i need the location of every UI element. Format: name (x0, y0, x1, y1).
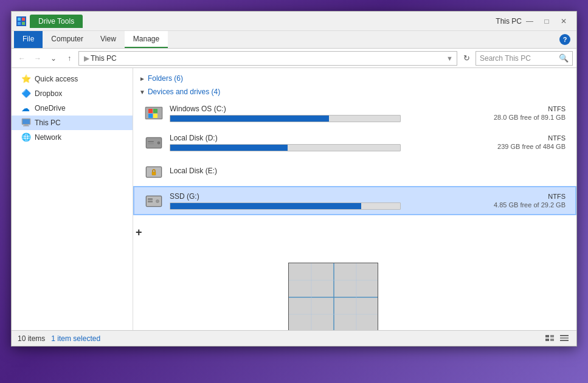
sidebar-label-network: Network (35, 133, 61, 142)
sidebar-item-dropbox[interactable]: 🔷 Dropbox (12, 86, 133, 101)
sidebar-label-quick-access: Quick access (35, 75, 78, 83)
search-box[interactable]: Search This PC 🔍 (476, 51, 573, 66)
svg-rect-34 (545, 335, 549, 337)
minimize-button[interactable]: — (522, 15, 538, 27)
sidebar-item-quick-access[interactable]: ⭐ Quick access (12, 72, 133, 86)
drive-e[interactable]: Local Disk (E:) (133, 157, 576, 186)
drives-section-label: Devices and drives (4) (148, 88, 220, 96)
sidebar-item-network[interactable]: 🌐 Network (12, 130, 133, 145)
svg-rect-24 (148, 198, 153, 200)
this-pc-icon (21, 118, 31, 128)
svg-rect-17 (148, 141, 154, 142)
svg-rect-13 (153, 114, 157, 118)
item-count: 10 items (18, 334, 45, 343)
forward-button[interactable]: → (31, 52, 44, 65)
folders-section-label: Folders (6) (148, 74, 183, 83)
drive-e-name: Local Disk (E:) (170, 167, 450, 175)
svg-rect-1 (22, 18, 25, 21)
sidebar-label-onedrive: OneDrive (35, 104, 66, 112)
drives-section-header[interactable]: ▼ Devices and drives (4) (133, 85, 576, 98)
drive-c-fs: NTFS (456, 105, 566, 112)
drive-c-info: Windows OS (C:) (170, 105, 450, 122)
svg-rect-25 (148, 201, 153, 202)
up-button[interactable]: ↑ (63, 52, 76, 65)
tab-manage[interactable]: Manage (125, 31, 168, 48)
drive-g-progress (170, 202, 401, 210)
folders-chevron-icon: ► (139, 75, 145, 82)
search-icon[interactable]: 🔍 (559, 53, 569, 63)
drive-c[interactable]: Windows OS (C:) NTFS 28.0 GB free of 89.… (133, 98, 576, 128)
content-area: ► Folders (6) ▼ Devices and drives (4) (133, 68, 576, 330)
drive-e-icon (144, 162, 164, 181)
svg-rect-39 (560, 337, 569, 339)
onedrive-icon: ☁ (21, 103, 31, 113)
sidebar: ⭐ Quick access 🔷 Dropbox ☁ OneDrive (12, 68, 133, 330)
drive-g-icon (144, 191, 164, 210)
view-buttons (544, 333, 570, 345)
svg-rect-38 (560, 335, 569, 336)
refresh-button[interactable]: ↻ (460, 52, 473, 65)
drive-c-name: Windows OS (C:) (170, 105, 450, 113)
main-area: ⭐ Quick access 🔷 Dropbox ☁ OneDrive (12, 68, 576, 330)
quick-access-icon: ⭐ (21, 74, 31, 84)
maximize-button[interactable]: □ (539, 15, 555, 27)
path-dropdown[interactable]: ▼ (446, 55, 453, 62)
drive-g-fs: NTFS (456, 193, 566, 200)
drive-c-meta: NTFS 28.0 GB free of 89.1 GB (456, 105, 566, 121)
sidebar-label-dropbox: Dropbox (35, 89, 62, 98)
svg-point-26 (156, 200, 159, 203)
drive-c-space: 28.0 GB free of 89.1 GB (456, 114, 566, 121)
svg-rect-21 (152, 172, 156, 175)
drive-d-fill (170, 145, 288, 151)
selected-count: 1 item selected (51, 334, 100, 343)
drive-tools-tab[interactable]: Drive Tools (30, 15, 83, 28)
help-button[interactable]: ? (559, 34, 570, 45)
drives-chevron-icon: ▼ (139, 89, 145, 95)
svg-rect-18 (148, 143, 154, 144)
drive-d-progress (170, 144, 401, 151)
drive-d-info: Local Disk (D:) (170, 134, 450, 151)
large-icons-view-button[interactable] (558, 333, 570, 345)
back-button[interactable]: ← (15, 52, 29, 65)
path-item[interactable]: This PC (91, 54, 117, 63)
recent-button[interactable]: ⌄ (47, 52, 60, 65)
tab-computer[interactable]: Computer (43, 31, 92, 48)
ribbon-tabs-bar: Drive Tools (30, 15, 489, 28)
svg-rect-5 (22, 119, 30, 124)
drive-g-info: SSD (G:) (170, 192, 450, 210)
address-path[interactable]: ▶ This PC ▼ (78, 51, 457, 66)
tab-file[interactable]: File (14, 31, 43, 48)
details-view-button[interactable] (544, 333, 556, 345)
svg-rect-12 (148, 114, 153, 118)
svg-rect-37 (550, 339, 554, 341)
drive-g-space: 4.85 GB free of 29.2 GB (456, 201, 566, 209)
window-title: This PC (496, 17, 522, 26)
drive-c-progress (170, 115, 401, 122)
drive-c-icon (144, 103, 164, 123)
drive-d-space: 239 GB free of 484 GB (456, 143, 566, 150)
dropbox-icon: 🔷 (21, 89, 31, 98)
drive-c-fill (170, 116, 329, 122)
sidebar-item-this-pc[interactable]: This PC (12, 116, 133, 130)
drive-g-name: SSD (G:) (170, 192, 450, 201)
drive-d-meta: NTFS 239 GB free of 484 GB (456, 134, 566, 150)
ribbon-tabs: File Computer View Manage ? (12, 31, 576, 48)
ribbon: File Computer View Manage ? (12, 31, 576, 49)
status-bar: 10 items 1 item selected (12, 330, 576, 346)
drive-g[interactable]: SSD (G:) NTFS 4.85 GB free of 29.2 GB (133, 186, 576, 215)
sidebar-item-onedrive[interactable]: ☁ OneDrive (12, 101, 133, 116)
svg-rect-40 (560, 340, 569, 341)
address-bar: ← → ⌄ ↑ ▶ This PC ▼ ↻ Search This PC 🔍 (12, 49, 576, 68)
folders-section-header[interactable]: ► Folders (6) (133, 72, 576, 85)
drive-d-fs: NTFS (456, 134, 566, 142)
drive-d[interactable]: Local Disk (D:) NTFS 239 GB free of 484 … (133, 128, 576, 157)
svg-rect-3 (22, 22, 25, 25)
drive-g-meta: NTFS 4.85 GB free of 29.2 GB (456, 193, 566, 209)
title-bar: Drive Tools This PC — □ ✕ (12, 12, 576, 31)
svg-rect-2 (18, 22, 21, 25)
preview-popup: (460 , 419) 217, 217, 217 (288, 263, 378, 330)
close-button[interactable]: ✕ (556, 15, 572, 27)
tab-view[interactable]: View (92, 31, 125, 48)
svg-rect-11 (153, 109, 157, 113)
drive-d-icon (144, 133, 164, 152)
